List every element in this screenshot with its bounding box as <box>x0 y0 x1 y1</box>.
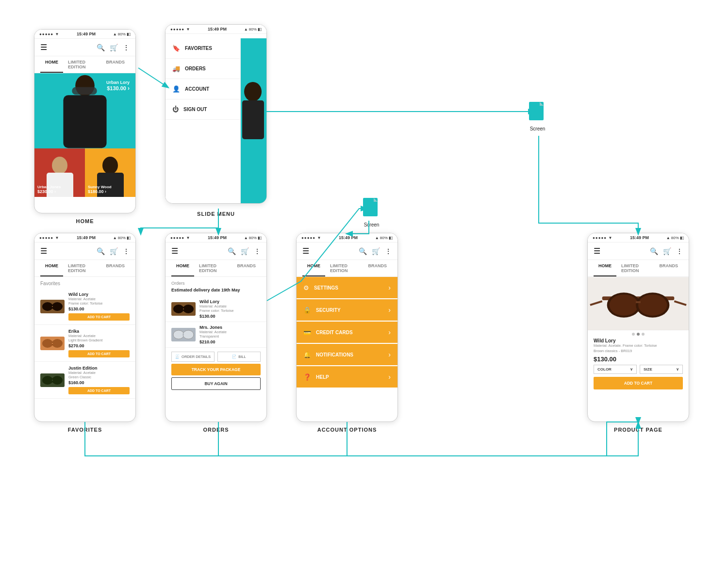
product-dot-1 <box>632 333 635 336</box>
svg-rect-4 <box>63 95 106 148</box>
orders-search-icon[interactable]: 🔍 <box>228 247 236 255</box>
svg-point-7 <box>52 157 67 174</box>
product-hamburger-icon[interactable]: ☰ <box>594 246 600 256</box>
product-more-icon[interactable]: ⋮ <box>676 247 683 255</box>
buy-again-button[interactable]: BUY AGAIN <box>171 377 261 390</box>
product-sku: Brown classics - BR019 <box>594 349 683 354</box>
tab-home[interactable]: HOME <box>40 56 63 73</box>
settings-arrow-icon: › <box>388 284 391 291</box>
orders-tab-home[interactable]: HOME <box>171 260 194 276</box>
home-label: HOME <box>34 218 136 224</box>
fav-tab-brands[interactable]: BRANDS <box>101 260 130 276</box>
hamburger-icon[interactable]: ☰ <box>40 43 47 52</box>
account-help[interactable]: ❓ HELP › <box>297 366 397 388</box>
order-item-0-img <box>171 302 196 316</box>
orders-delivery: Estimated delivery date 19th May <box>165 287 266 296</box>
slide-menu-account[interactable]: 👤 ACCOUNT <box>165 79 240 99</box>
power-icon: ⏻ <box>172 106 179 113</box>
favorites-screen: ●●●●● ▼ 15:49 PM ▲ 80% ▮▯ ☰ 🔍 🛒 ⋮ HOME L… <box>34 233 136 422</box>
receipt-icon: 🧾 <box>175 355 180 359</box>
tab-brands[interactable]: BRANDS <box>101 56 130 73</box>
size-label: SIZE <box>644 367 652 372</box>
slide-menu-favorites[interactable]: 🔖 FAVORITES <box>165 38 240 59</box>
color-label: COLOR <box>597 367 612 372</box>
fav-hamburger-icon[interactable]: ☰ <box>40 246 47 256</box>
svg-point-27 <box>52 376 63 385</box>
fav-cart-icon[interactable]: 🛒 <box>110 247 118 255</box>
fav-tab-limited[interactable]: LIMITED EDITION <box>63 260 101 276</box>
product-cart-icon[interactable]: 🛒 <box>663 247 671 255</box>
truck-icon: 🚚 <box>172 65 180 72</box>
account-tabs: HOME LIMITED EDITION BRANDS <box>297 260 397 277</box>
account-notifications[interactable]: 🔔 NOTIFICATIONS › <box>297 344 397 365</box>
add-to-cart-button[interactable]: ADD TO CART <box>594 377 683 389</box>
orders-status: ●●●●● ▼ 15:49 PM ▲ 80% ▮▯ <box>165 233 266 242</box>
account-tab-limited[interactable]: LIMITED EDITION <box>325 260 363 276</box>
product-search-icon[interactable]: 🔍 <box>650 247 658 255</box>
svg-point-17 <box>52 302 63 311</box>
account-more-icon[interactable]: ⋮ <box>385 247 392 255</box>
svg-point-10 <box>102 157 118 174</box>
slide-menu-orders-label: ORDERS <box>185 66 206 71</box>
account-security[interactable]: 🔒 SECURITY › <box>297 299 397 321</box>
account-search-icon[interactable]: 🔍 <box>359 247 367 255</box>
product-tab-brands[interactable]: BRANDS <box>654 260 683 276</box>
account-settings[interactable]: ⚙ SETTINGS › <box>297 277 397 298</box>
fav-item-0-details: Wild Lory Material: Acetate Frame color:… <box>68 292 130 321</box>
home-grid-left-name: Urban Jones <box>37 185 61 189</box>
account-cart-icon[interactable]: 🛒 <box>372 247 380 255</box>
screen-doc-icon-2: Screen <box>363 198 380 227</box>
orders-more-icon[interactable]: ⋮ <box>254 247 261 255</box>
fav-tab-home[interactable]: HOME <box>40 260 63 276</box>
product-info: Wild Lory Material: Acetate. Frame color… <box>588 338 689 391</box>
fav-item-0-add-cart[interactable]: ADD TO CART <box>68 313 130 321</box>
svg-line-0 <box>138 68 168 87</box>
security-arrow-icon: › <box>388 306 391 314</box>
fav-item-2-add-cart[interactable]: ADD TO CART <box>68 387 130 394</box>
help-icon: ❓ <box>303 373 311 381</box>
orders-cart-icon[interactable]: 🛒 <box>241 247 249 255</box>
home-hero-image: Urban Lory $130.00 › <box>34 73 135 148</box>
fav-item-1: Erika Material: Acetate Light Brown Grad… <box>34 325 135 362</box>
account-hamburger-icon[interactable]: ☰ <box>302 246 309 256</box>
orders-tab-limited[interactable]: LIMITED EDITION <box>194 260 232 276</box>
fav-item-1-add-cart[interactable]: ADD TO CART <box>68 350 130 357</box>
home-hero-name: Urban Lory <box>106 80 130 85</box>
product-tab-home[interactable]: HOME <box>594 260 616 276</box>
account-tab-home[interactable]: HOME <box>302 260 325 276</box>
fav-more-icon[interactable]: ⋮ <box>123 247 130 255</box>
slide-menu-signout[interactable]: ⏻ SIGN OUT <box>165 99 240 120</box>
account-credit-cards[interactable]: 💳 CREDIT CARDS › <box>297 322 397 343</box>
orders-actions: 🧾 ORDER DETAILS 📄 BILL <box>165 348 266 364</box>
product-image-dots <box>588 330 689 338</box>
tab-limited[interactable]: LIMITED EDITION <box>63 56 101 73</box>
home-grid-left-price: $230.00 › <box>37 189 61 194</box>
home-nav: ☰ 🔍 🛒 ⋮ <box>34 39 135 56</box>
orders-tab-brands[interactable]: BRANDS <box>232 260 261 276</box>
fav-item-0: Wild Lory Material: Acetate Frame color:… <box>34 288 135 325</box>
svg-rect-5 <box>72 87 97 95</box>
size-selector[interactable]: SIZE ∨ <box>640 365 683 374</box>
orders-label: ORDERS <box>165 427 267 433</box>
product-tab-limited[interactable]: LIMITED EDITION <box>616 260 654 276</box>
slide-menu-orders[interactable]: 🚚 ORDERS <box>165 59 240 79</box>
more-icon[interactable]: ⋮ <box>123 44 130 51</box>
cart-icon[interactable]: 🛒 <box>110 44 118 51</box>
fav-search-icon[interactable]: 🔍 <box>97 247 105 255</box>
account-tab-brands[interactable]: BRANDS <box>363 260 392 276</box>
home-status-right: ▲ 80% ▮▯ <box>113 32 131 36</box>
bookmark-icon: 🔖 <box>172 45 180 52</box>
svg-point-31 <box>183 305 194 313</box>
orders-hamburger-icon[interactable]: ☰ <box>171 246 178 256</box>
order-details-button[interactable]: 🧾 ORDER DETAILS <box>171 352 215 362</box>
color-selector[interactable]: COLOR ∨ <box>594 365 637 374</box>
svg-point-26 <box>42 376 53 385</box>
track-package-button[interactable]: TRACK YOUR PACKAGE <box>171 364 261 375</box>
account-screen: ●●●●● ▼ 15:49 PM ▲ 80% ▮▯ ☰ 🔍 🛒 ⋮ HOME L… <box>296 233 398 422</box>
svg-point-22 <box>42 339 53 348</box>
search-icon[interactable]: 🔍 <box>97 44 105 51</box>
creditcard-arrow-icon: › <box>388 328 391 336</box>
bill-button[interactable]: 📄 BILL <box>217 352 261 362</box>
svg-point-35 <box>183 330 194 339</box>
order-item-1-img <box>171 328 196 341</box>
